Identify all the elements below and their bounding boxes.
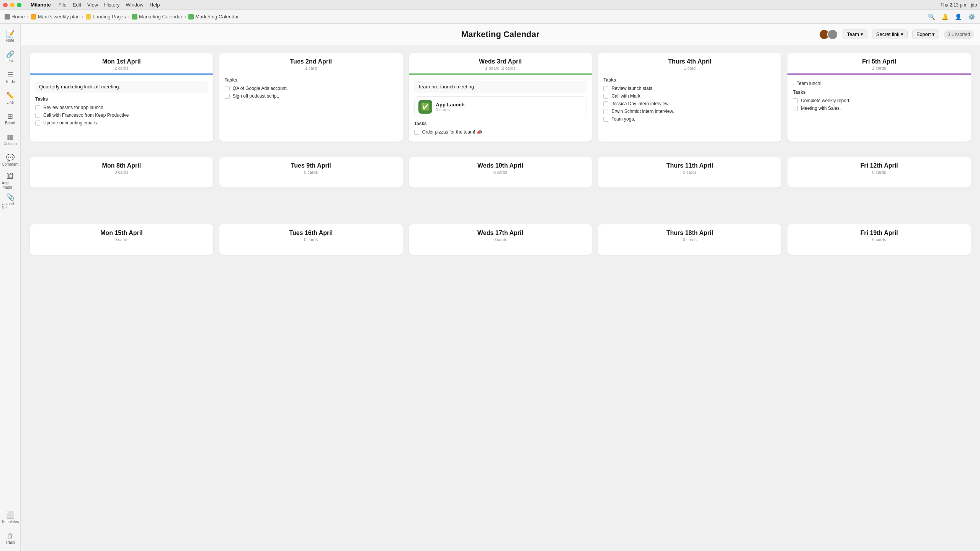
day-card-tues2[interactable]: Tues 2nd April 1 card Tasks QA of Google… [219, 53, 403, 142]
menu-file[interactable]: File [59, 2, 67, 8]
day-card-fri5[interactable]: Fri 5th April 2 cards · Team lunch! Task… [787, 53, 971, 142]
breadcrumb-current[interactable]: Marketing Calendar [188, 14, 238, 20]
day-card-thurs11[interactable]: Thurs 11th April 0 cards [598, 157, 781, 187]
task-text-thurs4-4: Team yoga, [611, 116, 635, 122]
sidebar-item-board[interactable]: ⊞ Board [2, 109, 19, 129]
minimize-button[interactable] [10, 3, 15, 7]
checkbox-thurs4-4[interactable] [603, 117, 608, 122]
checkbox-thurs4-2[interactable] [603, 101, 608, 106]
sidebar-item-column[interactable]: ▦ Column [2, 130, 19, 149]
day-count-mon1: 2 cards [36, 66, 207, 70]
user-avatar[interactable]: 👤 [955, 13, 962, 20]
checkbox-tues2-0[interactable] [225, 86, 230, 91]
day-card-mon8[interactable]: Mon 8th April 0 cards [30, 157, 213, 187]
task-text-tues2-1: Sign off podcast script. [233, 93, 279, 99]
gap-spacer [30, 203, 971, 218]
checkbox-thurs4-0[interactable] [603, 86, 608, 91]
checkbox-thurs4-1[interactable] [603, 94, 608, 99]
day-header-weds10: Weds 10th April 0 cards [409, 157, 592, 178]
sidebar: 📝 Note 🔗 Link ☰ To-do ✏️ Line ⊞ Board ▦ … [0, 24, 21, 551]
menu-help[interactable]: Help [150, 2, 160, 8]
day-header-thurs11: Thurs 11th April 0 cards [598, 157, 781, 178]
week-spacer-2 [30, 194, 971, 197]
day-card-thurs4[interactable]: Thurs 4th April 1 card Tasks Review laun… [598, 53, 781, 142]
sidebar-column-label: Column [3, 142, 16, 146]
day-card-tues16[interactable]: Tues 16th April 0 cards [219, 224, 403, 255]
task-weds3-0: Order pizzas for the team! 📣 [414, 129, 587, 135]
secret-link-button[interactable]: Secret link ▾ [872, 29, 908, 39]
sidebar-item-note[interactable]: 📝 Note [2, 27, 19, 46]
day-card-fri12[interactable]: Fri 12th April 0 cards [787, 157, 971, 187]
fullscreen-button[interactable] [17, 3, 21, 7]
task-text-thurs4-2: Jessica Day intern interview. [611, 101, 669, 106]
trash-icon: 🗑 [7, 532, 14, 539]
task-text-tues2-0: QA of Google Ads account. [233, 86, 288, 91]
day-content-tues2: Tasks QA of Google Ads account. Sign off… [219, 73, 403, 106]
board-card-title: App Launch [436, 102, 465, 108]
sidebar-item-comment[interactable]: 💬 Comment [2, 151, 19, 170]
team-button[interactable]: Team ▾ [843, 29, 867, 39]
checkbox-mon1-0[interactable] [35, 105, 40, 110]
task-mon1-0: Review assets for app launch. [35, 105, 208, 110]
breadcrumb-landing-pages[interactable]: Landing Pages [86, 14, 126, 20]
day-card-mon1[interactable]: Mon 1st April 2 cards Quarterly marketin… [30, 53, 213, 142]
menu-view[interactable]: View [87, 2, 98, 8]
app-body: 📝 Note 🔗 Link ☰ To-do ✏️ Line ⊞ Board ▦ … [0, 24, 980, 551]
sidebar-item-link[interactable]: 🔗 Link [2, 47, 19, 67]
day-card-tues9[interactable]: Tues 9th April 0 cards [219, 157, 403, 187]
day-card-weds17[interactable]: Weds 17th April 0 cards [409, 224, 592, 255]
day-card-thurs18[interactable]: Thurs 18th April 0 cards [598, 224, 781, 255]
day-card-weds3[interactable]: Weds 3rd April 1 board, 2 cards Team pre… [409, 53, 592, 142]
day-name-mon8: Mon 8th April [36, 162, 207, 169]
sidebar-item-templates[interactable]: ⬜ Templates [2, 508, 19, 527]
note-icon: 📝 [6, 30, 15, 37]
breadcrumb-weekly-plan[interactable]: Marc's weekly plan [31, 14, 80, 20]
day-card-fri19[interactable]: Fri 19th April 0 cards [787, 224, 971, 255]
export-button[interactable]: Export ▾ [912, 29, 939, 39]
checkbox-thurs4-3[interactable] [603, 109, 608, 114]
day-content-weds3: Team pre-launch meeting ✅ App Launch 0 c… [409, 77, 592, 142]
day-header-thurs4: Thurs 4th April 1 card [598, 53, 781, 73]
board-card-app-launch[interactable]: ✅ App Launch 0 cards [414, 96, 587, 117]
bullet-fri5: · Team lunch! [793, 81, 965, 87]
day-count-thurs4: 1 card [604, 66, 775, 70]
day-count-tues16: 0 cards [225, 237, 397, 242]
sidebar-item-add-image[interactable]: 🖼 Add image [2, 171, 19, 191]
task-mon1-1: Call with Francesco from Keep Productive [35, 112, 208, 118]
breadcrumb-marketing-cal[interactable]: Marketing Calendar [132, 14, 182, 20]
checkbox-fri5-1[interactable] [793, 106, 798, 111]
section-label-mon1: Tasks [35, 96, 208, 102]
sidebar-item-line[interactable]: ✏️ Line [2, 89, 19, 108]
checkbox-mon1-1[interactable] [35, 113, 40, 118]
task-tues2-1: Sign off podcast script. [225, 93, 397, 99]
page-header: Marketing Calendar Team ▾ Secret link ▾ … [21, 24, 980, 45]
sidebar-link-label: Link [7, 59, 13, 63]
day-header-weds3: Weds 3rd April 1 board, 2 cards [409, 53, 592, 73]
notification-icon[interactable]: 🔔 [941, 13, 949, 20]
menu-window[interactable]: Window [126, 2, 144, 8]
menubar-time: Thu 2:13 pm [941, 2, 966, 8]
board-icon: ⊞ [7, 113, 13, 120]
day-card-mon15[interactable]: Mon 15th April 0 cards [30, 224, 213, 255]
day-name-tues2: Tues 2nd April [225, 58, 397, 65]
day-card-weds10[interactable]: Weds 10th April 0 cards [409, 157, 592, 187]
checkbox-fri5-0[interactable] [793, 98, 798, 103]
sidebar-item-trash[interactable]: 🗑 Trash [2, 529, 19, 548]
sidebar-item-todo[interactable]: ☰ To-do [2, 68, 19, 87]
checkbox-weds3-0[interactable] [414, 130, 419, 135]
day-count-weds3: 1 board, 2 cards [415, 66, 586, 70]
checkbox-tues2-1[interactable] [225, 94, 230, 99]
menu-history[interactable]: History [104, 2, 119, 8]
accent-bar-weds3 [409, 73, 592, 75]
close-button[interactable] [3, 3, 8, 7]
search-icon[interactable]: 🔍 [928, 13, 935, 20]
section-label-thurs4: Tasks [603, 77, 776, 83]
landing-pages-icon [86, 14, 91, 20]
calendar-scroll[interactable]: Mon 1st April 2 cards Quarterly marketin… [21, 45, 980, 551]
checkbox-mon1-2[interactable] [35, 121, 40, 126]
breadcrumb-home[interactable]: Home [5, 14, 25, 20]
settings-icon[interactable]: ⚙️ [968, 13, 975, 20]
sidebar-item-upload-file[interactable]: 📎 Upload file [2, 192, 19, 211]
content: Marketing Calendar Team ▾ Secret link ▾ … [21, 24, 980, 551]
menu-edit[interactable]: Edit [73, 2, 81, 8]
